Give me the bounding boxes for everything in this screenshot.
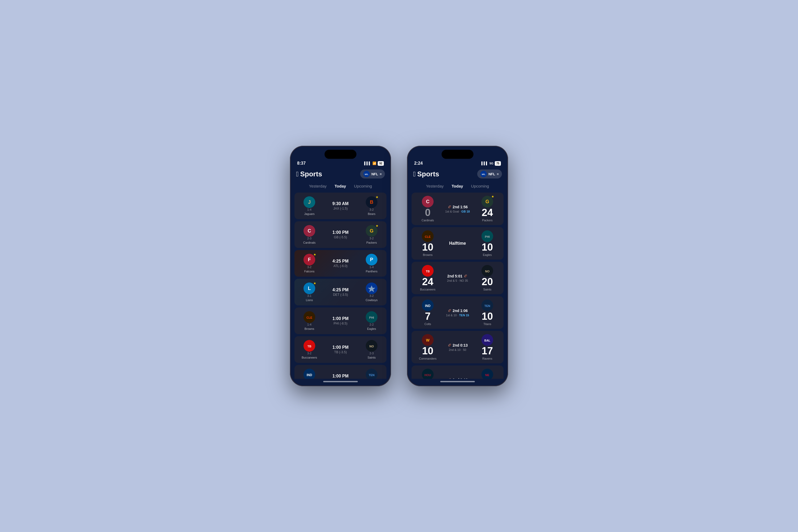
home-indicator-1 [323, 381, 358, 382]
cardinals-name-p2: Cardinals [422, 218, 434, 222]
colts-logo-p1: IND [304, 369, 315, 379]
score-center-1: 🏈 2nd 1:56 1st & Goal · GB 18 [440, 205, 475, 213]
game-center-7: 1:00 PM TEN (-3.0) [320, 374, 361, 379]
game-card-colts-titans[interactable]: IND 2-3 Colts 1:00 PM TEN (-3.0) TEN 1-3 [294, 365, 386, 379]
game-card-jaguars-bears[interactable]: J 1-4 Jaguars 9:30 AM JAX (-1.5) B [294, 193, 386, 219]
svg-text:G: G [370, 228, 374, 233]
ravens-score: 17 [482, 346, 493, 356]
app-title-text-2: Sports [417, 170, 439, 178]
game-spread-1: JAX (-1.5) [320, 207, 361, 210]
game-card-falcons-panthers[interactable]: F ★ 3-2 Falcons 4:25 PM ATL (-6.0) P [294, 250, 386, 277]
eagles-name-p2: Eagles [483, 253, 492, 256]
game-status-5: 2nd 0:13 [453, 343, 468, 347]
game-center-3: 4:25 PM ATL (-6.0) [320, 259, 361, 268]
packers-score: 24 [482, 208, 493, 217]
signal-icon-1: ▌▌▌ [364, 162, 371, 165]
football-icon-1: 🏈 [448, 205, 451, 208]
cowboys-logo [366, 283, 377, 294]
colts-logo-p2: IND [422, 300, 434, 311]
tab-today-1[interactable]: Today [335, 184, 346, 188]
packers-logo-wrapper-p2: G ★ [481, 196, 493, 208]
score-card-cardinals-packers[interactable]: C 0 Cardinals 🏈 2nd 1:56 1st & Goal · GB… [412, 193, 504, 225]
svg-text:TEN: TEN [369, 374, 375, 377]
svg-text:CLE: CLE [425, 235, 431, 238]
svg-text:B: B [370, 200, 374, 205]
game-card-cardinals-packers[interactable]: C 2-3 Cardinals 1:00 PM GB (-5.5) G [294, 221, 386, 248]
score-card-browns-eagles[interactable]: CLE 10 Browns Halftime PHI 10 Eagles [412, 227, 504, 260]
app-title-text-1: Sports [300, 170, 322, 178]
team-saints: NO 2-3 Saints [361, 340, 382, 359]
buccaneers-logo-p2: TB [422, 265, 434, 277]
saints-record: 2-3 [369, 352, 374, 355]
buccaneers-name-p1: Buccaneers [302, 356, 317, 359]
svg-text:TB: TB [426, 270, 430, 273]
score-card-texans-patriots[interactable]: HOU 14 Texans 🏈 2nd 0:16 1st & 10 · HOU … [412, 365, 504, 379]
score-center-6: 🏈 2nd 0:16 1st & 10 · HOU 47 [440, 378, 475, 379]
buccaneers-score: 24 [422, 277, 433, 287]
header-2:  Sports NFL NFL ≡ [408, 167, 507, 183]
menu-icon-2: ≡ [497, 172, 499, 176]
score-center-2: Halftime [440, 241, 475, 246]
jaguars-name: Jaguars [304, 212, 315, 215]
score-team-saints-p2: NO 20 Saints [475, 265, 499, 291]
tab-upcoming-1[interactable]: Upcoming [354, 184, 372, 188]
buccaneers-record-p1: 3-2 [307, 352, 311, 355]
score-team-titans-p2: TEN 10 Titans [475, 300, 499, 326]
football-icon-3: 🏈 [464, 274, 467, 278]
nfl-logo-1: NFL [363, 171, 370, 177]
browns-name-p2: Browns [423, 253, 433, 256]
game-detail-4: 1st & 10 · TEN 15 [440, 314, 475, 317]
game-card-buccaneers-saints[interactable]: TB 3-2 Buccaneers 1:00 PM TB (-3.5) NO 2… [294, 336, 386, 363]
game-card-browns-eagles[interactable]: CLE 1-4 Browns 1:00 PM PHI (-8.5) PHI 2-… [294, 307, 386, 334]
game-card-lions-cowboys[interactable]: L ★ 3-1 Lions 4:25 PM DET (-3.5) [294, 279, 386, 305]
time-1: 8:37 [297, 161, 306, 166]
football-icon-4: 🏈 [448, 309, 451, 312]
team-falcons: F ★ 3-2 Falcons [299, 254, 320, 273]
tab-yesterday-2[interactable]: Yesterday [426, 184, 444, 188]
tab-yesterday-1[interactable]: Yesterday [309, 184, 327, 188]
app-title-1:  Sports [296, 170, 322, 178]
score-card-commanders-ravens[interactable]: W 10 Commanders 🏈 2nd 0:13 2nd & 10 · 50 [412, 331, 504, 363]
bears-logo-wrapper: B ★ [366, 196, 377, 208]
5g-icon: 5G [490, 162, 493, 165]
wifi-icon-1: 📶 [373, 162, 376, 165]
jaguars-logo-wrapper: J [304, 196, 315, 208]
svg-text:TEN: TEN [484, 304, 490, 307]
score-team-eagles-p2: PHI 10 Eagles [475, 230, 499, 256]
phone-1: 8:37 ▌▌▌ 📶 92  Sports NFL NFL ≡ [290, 146, 391, 386]
panthers-record: 1-4 [369, 265, 374, 269]
score-card-colts-titans[interactable]: IND 7 Colts 🏈 2nd 1:06 1st & 10 · TEN 15 [412, 296, 504, 329]
bears-star: ★ [376, 195, 379, 199]
buccaneers-name-p2: Buccaneers [420, 288, 435, 291]
eagles-score-p2: 10 [482, 242, 493, 252]
nfl-badge-2[interactable]: NFL NFL ≡ [477, 169, 502, 178]
score-team-colts-p2: IND 7 Colts [416, 300, 440, 326]
score-card-buccaneers-saints[interactable]: TB 24 Buccaneers 2nd 5:01 🏈 2nd & 5 · NO… [412, 262, 504, 294]
phone-1-inner: 8:37 ▌▌▌ 📶 92  Sports NFL NFL ≡ [291, 147, 390, 385]
nfl-badge-1[interactable]: NFL NFL ≡ [360, 169, 385, 178]
team-cowboys: 3-2 Cowboys [361, 283, 382, 302]
tab-today-2[interactable]: Today [452, 184, 463, 188]
cardinals-logo: C [304, 225, 315, 237]
game-time-6: 1:00 PM [320, 345, 361, 350]
team-browns-p1: CLE 1-4 Browns [299, 311, 320, 330]
bears-record: 3-2 [369, 208, 374, 211]
titans-score: 10 [482, 311, 493, 321]
svg-text:W: W [426, 338, 430, 342]
team-colts-p1: IND 2-3 Colts [299, 369, 320, 379]
browns-logo-p1: CLE [304, 311, 315, 323]
game-center-6: 1:00 PM TB (-3.5) [320, 345, 361, 354]
score-team-texans: HOU 14 Texans [416, 369, 440, 379]
svg-text:F: F [308, 257, 311, 262]
svg-text:NO: NO [485, 270, 490, 273]
game-center-1: 9:30 AM JAX (-1.5) [320, 201, 361, 210]
games-list-1: J 1-4 Jaguars 9:30 AM JAX (-1.5) B [291, 193, 390, 379]
panthers-logo: P [366, 254, 377, 265]
tab-upcoming-2[interactable]: Upcoming [471, 184, 489, 188]
eagles-name: Eagles [367, 327, 376, 330]
svg-text:CLE: CLE [306, 316, 312, 319]
buccaneers-logo-p1: TB [304, 340, 315, 352]
dynamic-island-1 [324, 150, 357, 159]
score-team-cardinals: C 0 Cardinals [416, 196, 440, 222]
football-icon-6: 🏈 [448, 378, 451, 379]
